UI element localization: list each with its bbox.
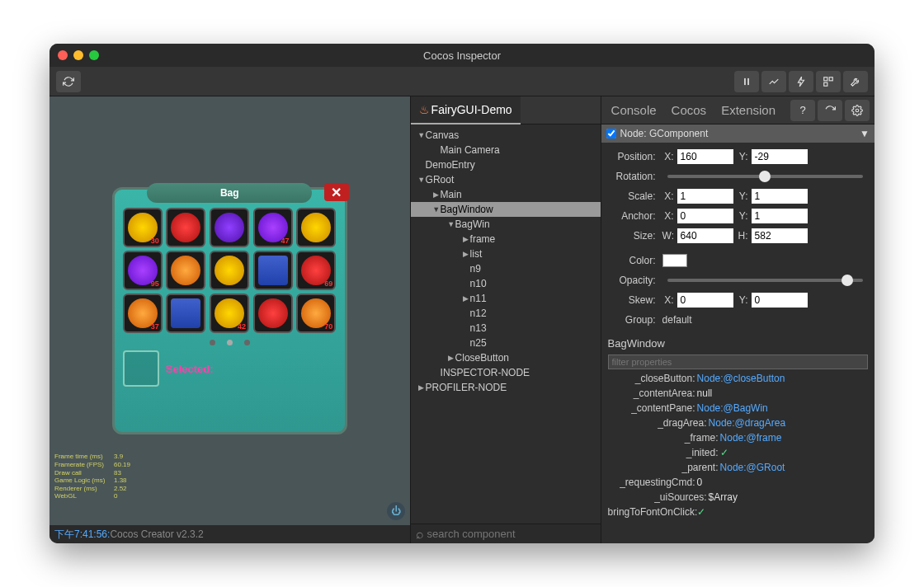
tab-console[interactable]: Console bbox=[606, 103, 662, 117]
filter-properties-input[interactable] bbox=[608, 355, 868, 369]
bag-item[interactable] bbox=[166, 208, 205, 247]
node-header: Node: GComponent ▼ bbox=[601, 124, 874, 143]
tree-item[interactable]: DemoEntry bbox=[411, 157, 601, 172]
pause-button[interactable] bbox=[734, 71, 759, 92]
bag-item[interactable]: 42 bbox=[210, 294, 249, 333]
tree-item[interactable]: INSPECTOR-NODE bbox=[411, 365, 601, 380]
rotation-slider[interactable] bbox=[667, 175, 863, 178]
tree-item[interactable]: n25 bbox=[411, 336, 601, 350]
tree-item[interactable]: ▶n11 bbox=[411, 291, 601, 306]
group-value: default bbox=[662, 314, 692, 326]
preview-panel: Bag ✕ 30 47 95 69 37 bbox=[50, 96, 411, 543]
close-window-button[interactable] bbox=[58, 50, 68, 60]
tree-item[interactable]: ▶CloseButton bbox=[411, 350, 601, 365]
color-swatch[interactable] bbox=[662, 254, 687, 267]
bag-item[interactable] bbox=[210, 208, 249, 247]
app-window: Cocos Inspector Bag ✕ 30 47 bbox=[50, 44, 874, 543]
prop-row[interactable]: _inited:✓ bbox=[608, 447, 868, 462]
tree-item[interactable]: ▼BagWin bbox=[411, 217, 601, 232]
power-icon[interactable]: ⏻ bbox=[387, 502, 405, 520]
minimize-window-button[interactable] bbox=[73, 50, 83, 60]
selected-slot bbox=[123, 350, 159, 387]
opacity-slider[interactable] bbox=[667, 279, 863, 282]
search-icon: ⌕ bbox=[416, 527, 424, 542]
bag-grid: 30 47 95 69 37 42 70 bbox=[115, 190, 345, 336]
bag-item[interactable] bbox=[253, 294, 293, 333]
prop-row[interactable]: _frame:Node:@frame bbox=[608, 432, 868, 447]
chart-button[interactable] bbox=[761, 71, 786, 92]
bag-item[interactable]: 30 bbox=[123, 208, 163, 247]
hierarchy-panel: ♨FairyGUI-Demo ▼CanvasMain CameraDemoEnt… bbox=[411, 96, 601, 543]
skew-y-input[interactable] bbox=[752, 293, 808, 308]
fold-icon[interactable]: ▼ bbox=[860, 128, 870, 139]
page-dot[interactable] bbox=[244, 340, 250, 345]
tab-cocos[interactable]: Cocos bbox=[667, 103, 712, 117]
page-dot[interactable] bbox=[210, 340, 215, 345]
tree-item[interactable]: n13 bbox=[411, 321, 601, 336]
skew-x-input[interactable] bbox=[677, 293, 733, 308]
tree-item[interactable]: ▼BagWindow bbox=[411, 202, 601, 217]
bag-item[interactable]: 37 bbox=[123, 294, 163, 333]
bag-item[interactable] bbox=[296, 208, 336, 247]
bag-item[interactable] bbox=[210, 251, 249, 290]
anchor-x-input[interactable] bbox=[677, 209, 733, 223]
prop-row[interactable]: _closeButton:Node:@closeButton bbox=[608, 373, 868, 387]
right-header: Console Cocos Extension ? bbox=[601, 96, 874, 124]
layout-button[interactable] bbox=[816, 71, 841, 92]
prop-row[interactable]: _requestingCmd:0 bbox=[608, 477, 868, 491]
position-y-input[interactable] bbox=[752, 149, 808, 164]
search-input[interactable] bbox=[427, 528, 596, 540]
tree-item[interactable]: ▶list bbox=[411, 247, 601, 261]
tools-button[interactable] bbox=[843, 71, 868, 92]
scale-y-input[interactable] bbox=[752, 189, 808, 204]
size-w-input[interactable] bbox=[677, 228, 733, 243]
tree-item[interactable]: ▶frame bbox=[411, 232, 601, 247]
bag-item[interactable]: 95 bbox=[123, 251, 163, 290]
prop-row[interactable]: _uiSources:$Array bbox=[608, 491, 868, 506]
svg-rect-0 bbox=[744, 77, 746, 84]
step-button[interactable] bbox=[789, 71, 813, 92]
tree-item[interactable]: ▶Main bbox=[411, 187, 601, 202]
tab-fairygui[interactable]: ♨FairyGUI-Demo bbox=[411, 96, 521, 124]
scale-x-input[interactable] bbox=[677, 189, 733, 204]
help-button[interactable]: ? bbox=[790, 100, 815, 121]
refresh-inspector-button[interactable] bbox=[818, 100, 842, 121]
bag-close-button[interactable]: ✕ bbox=[324, 183, 349, 201]
bag-item[interactable]: 70 bbox=[296, 294, 336, 333]
titlebar: Cocos Inspector bbox=[50, 44, 874, 67]
prop-row[interactable]: _contentArea:null bbox=[608, 387, 868, 402]
bag-item[interactable]: 47 bbox=[253, 208, 293, 247]
bag-item[interactable] bbox=[253, 251, 293, 290]
tree-item[interactable]: n12 bbox=[411, 306, 601, 321]
tree-item[interactable]: ▼GRoot bbox=[411, 172, 601, 187]
hierarchy-tree: ▼CanvasMain CameraDemoEntry▼GRoot▶Main▼B… bbox=[411, 124, 601, 524]
prop-row[interactable]: _parent:Node:@GRoot bbox=[608, 462, 868, 477]
page-dot[interactable] bbox=[227, 340, 233, 345]
game-preview: Bag ✕ 30 47 95 69 37 bbox=[50, 96, 410, 525]
traffic-lights bbox=[58, 50, 99, 60]
component-props: _closeButton:Node:@closeButton_contentAr… bbox=[601, 371, 874, 523]
prop-row[interactable]: bringToFontOnClick:✓ bbox=[608, 506, 868, 521]
size-h-input[interactable] bbox=[752, 228, 808, 243]
prop-row[interactable]: _contentPane:Node:@BagWin bbox=[608, 402, 868, 417]
selected-label: Selected: bbox=[166, 363, 214, 375]
tab-extension[interactable]: Extension bbox=[716, 103, 780, 117]
node-enabled-checkbox[interactable] bbox=[606, 129, 616, 139]
perf-stats: Frame time (ms)3.9Framerate (FPS)60.19Dr… bbox=[54, 453, 130, 500]
tabs: ♨FairyGUI-Demo bbox=[411, 96, 601, 124]
svg-rect-1 bbox=[747, 77, 749, 84]
bag-item[interactable] bbox=[166, 251, 205, 290]
tree-item[interactable]: ▶PROFILER-NODE bbox=[411, 380, 601, 395]
refresh-button[interactable] bbox=[56, 71, 81, 92]
tree-item[interactable]: n10 bbox=[411, 276, 601, 291]
prop-row[interactable]: _dragArea:Node:@dragArea bbox=[608, 417, 868, 432]
settings-button[interactable] bbox=[845, 100, 870, 121]
tree-item[interactable]: n9 bbox=[411, 261, 601, 276]
anchor-y-input[interactable] bbox=[752, 209, 808, 223]
tree-item[interactable]: Main Camera bbox=[411, 143, 601, 157]
tree-item[interactable]: ▼Canvas bbox=[411, 128, 601, 143]
bag-item[interactable]: 69 bbox=[296, 251, 336, 290]
maximize-window-button[interactable] bbox=[89, 50, 99, 60]
position-x-input[interactable] bbox=[677, 149, 733, 164]
bag-item[interactable] bbox=[166, 294, 205, 333]
